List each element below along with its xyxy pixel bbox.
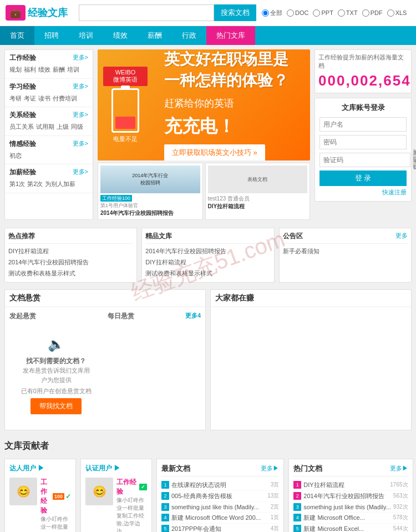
banner-cta-button[interactable]: 立即获取职场英文小技巧 » xyxy=(164,144,265,160)
hot-pages-5: 544次 xyxy=(393,525,408,532)
search-input[interactable] xyxy=(79,4,214,21)
hot-title-2[interactable]: 2014年汽车行业校园招聘报告 xyxy=(303,492,391,500)
auth-user-card: 😊 工作经验 ✓ 像小叮咚作业一样批量复制工作经验,边学边边... 第1号用户体… xyxy=(85,478,147,532)
main-area: 工作经验 更多> 规划福利绩效薪酬培训 学习经验 更多> 考研考证读书付费培训 … xyxy=(0,45,416,224)
daily-reward: 每日悬赏 更多4 xyxy=(108,312,201,425)
captcha-input[interactable] xyxy=(319,153,410,167)
nav-home[interactable]: 首页 xyxy=(0,26,34,45)
search-area: 搜索文档 xyxy=(79,4,256,21)
nav-admin[interactable]: 行政 xyxy=(172,26,206,45)
right-panel: 工作经验提升加薪的利器海量文档 000,002,654 文库账号登录 验证码 登… xyxy=(314,49,412,220)
latest-more[interactable]: 更多▶ xyxy=(261,464,279,473)
reward-desc1: 发布悬赏告诉我们文库用户为您提供 xyxy=(21,366,92,384)
notice-more[interactable]: 更多 xyxy=(395,232,408,241)
sidebar-relation-tags: 员工关系试用期上级同级 xyxy=(9,122,88,132)
header: 经验文库 搜索文档 全部 DOC PPT TXT PDF XLS xyxy=(0,0,416,26)
login-box: 文库账号登录 验证码 登 录 快速注册 xyxy=(314,98,412,202)
sidebar-emotion-more[interactable]: 更多> xyxy=(73,139,88,149)
option-doc[interactable]: DOC xyxy=(287,9,308,17)
vip-subtitle[interactable]: 达人用户 ▶ xyxy=(9,464,71,473)
latest-item-2: 2 005-经典商务报告模板 13页 xyxy=(161,491,279,502)
vip-user-info: 工作经验 100 ✓ 像小叮咚作业一样批量复制工作经验,边学边边... 第1号用… xyxy=(40,478,71,532)
login-button[interactable]: 登 录 xyxy=(319,170,407,186)
hot-rec-item-1[interactable]: DIY拉杆箱流程 xyxy=(8,246,133,257)
hot-title-4[interactable]: 新建 Microsoft Office... xyxy=(303,514,391,522)
find-doc-button[interactable]: 帮我找文档 xyxy=(31,398,82,414)
nav-hot[interactable]: 热门文库 xyxy=(206,26,255,45)
vip-col: 达人用户 ▶ 😊 工作经验 100 ✓ 像小叮咚作业一样批量复制工作经验,边学边… xyxy=(4,459,76,532)
option-pdf[interactable]: PDF xyxy=(362,9,383,17)
nav-salary[interactable]: 薪酬 xyxy=(138,26,172,45)
battery-icon xyxy=(111,88,139,133)
latest-item-5: 5 2017PPP年会通知 4页 xyxy=(161,524,279,532)
hot-header: 热门文档 更多▶ xyxy=(293,464,408,476)
captcha-image: 验证码 xyxy=(413,153,416,167)
logo-icon xyxy=(6,5,26,21)
stats-title: 工作经验提升加薪的利器海量文档 xyxy=(318,53,408,70)
hot-rec-item-3[interactable]: 测试收费和表格显示样式 xyxy=(8,268,133,279)
hot-title-1[interactable]: DIY拉杆箱流程 xyxy=(303,481,388,489)
speaker-icon: 🔈 xyxy=(21,337,92,352)
nav-training[interactable]: 培训 xyxy=(69,26,103,45)
stats-number: 000,002,654 xyxy=(318,72,408,89)
latest-title-1[interactable]: 在线课程的状态说明 xyxy=(171,481,268,489)
latest-title-4[interactable]: 新建 Microsoft Office Word 200... xyxy=(171,514,268,522)
hot-rec-item-2[interactable]: 2014年汽车行业校园招聘报告 xyxy=(8,257,133,268)
banner: WEIBO微博英语 电量不足 英文好在职场里是一种怎样的体验？ 赶紧给你的英语 … xyxy=(98,49,310,160)
reward-left-panel: 文档悬赏 发起悬赏 🔈 找不到需要的文档？ 发布悬赏告诉我们文库用户为您提供 已… xyxy=(4,289,206,430)
username-input[interactable] xyxy=(319,117,407,132)
notice-item-1[interactable]: 新手必看须知 xyxy=(283,246,408,257)
hot-item-3: 3 something just like this (Madily... 93… xyxy=(293,502,408,513)
latest-title-5[interactable]: 2017PPP年会通知 xyxy=(171,525,268,532)
latest-header: 最新文档 更多▶ xyxy=(161,464,279,476)
sidebar-relation-more[interactable]: 更多> xyxy=(73,111,88,120)
reward-empty: 🔈 找不到需要的文档？ 发布悬赏告诉我们文库用户为您提供 已有0用户在创造悬赏文… xyxy=(9,325,103,425)
nav-recruit[interactable]: 招聘 xyxy=(34,26,69,45)
auth-subtitle[interactable]: 认证用户 ▶ xyxy=(85,464,147,473)
daily-header: 每日悬赏 更多4 xyxy=(108,312,201,321)
option-txt[interactable]: TXT xyxy=(338,9,358,17)
banner-charge: 充充电！ xyxy=(164,114,299,139)
captcha-row: 验证码 xyxy=(319,153,407,167)
option-xls[interactable]: XLS xyxy=(387,9,407,17)
sidebar-study-exp: 学习经验 更多> 考研考证读书付费培训 xyxy=(5,79,93,108)
weibo-logo: WEIBO微博英语 xyxy=(103,67,148,86)
register-link[interactable]: 快速注册 xyxy=(319,188,407,197)
latest-num-1: 1 xyxy=(161,481,169,489)
daily-more[interactable]: 更多4 xyxy=(185,312,201,321)
option-all[interactable]: 全部 xyxy=(262,9,282,17)
option-ppt[interactable]: PPT xyxy=(313,9,333,17)
doc-card-2[interactable]: 表格文档 test123 普通会员 DIY拉杆箱流程 xyxy=(205,163,311,220)
hot-more[interactable]: 更多▶ xyxy=(390,464,408,473)
doc-card-1[interactable]: 2014年汽车行业校园招聘 工作经验100 第1号用户体验官 2014年汽车行业… xyxy=(98,163,203,220)
reward-inner: 发起悬赏 🔈 找不到需要的文档？ 发布悬赏告诉我们文库用户为您提供 已有0用户在… xyxy=(9,312,201,425)
sidebar-study-more[interactable]: 更多> xyxy=(73,82,88,92)
sidebar-work-more[interactable]: 更多> xyxy=(73,53,88,63)
auth-name: 工作经验 ✓ xyxy=(116,478,147,496)
logo-text: 经验文库 xyxy=(28,6,68,19)
latest-item-3: 3 something just like this (Madily... 2页 xyxy=(161,502,279,513)
nav-performance[interactable]: 绩效 xyxy=(103,26,138,45)
hot-title-3[interactable]: something just like this (Madily... xyxy=(303,504,391,510)
hot-title-5[interactable]: 新建 Microsoft Excel... xyxy=(303,525,391,532)
latest-title-3[interactable]: something just like this (Madily... xyxy=(171,504,268,510)
latest-num-4: 4 xyxy=(161,514,169,521)
reward-start: 发起悬赏 🔈 找不到需要的文档？ 发布悬赏告诉我们文库用户为您提供 已有0用户在… xyxy=(9,312,103,425)
banner-sub: 赶紧给你的英语 xyxy=(164,97,299,110)
vip-avatar: 😊 xyxy=(9,478,37,505)
latest-pages-5: 4页 xyxy=(271,525,280,532)
sidebar-study-title: 学习经验 更多> xyxy=(9,82,88,92)
boutique-item-1[interactable]: 2014年汽车行业校园招聘报告 xyxy=(145,246,270,257)
auth-col: 认证用户 ▶ 😊 工作经验 ✓ 像小叮咚作业一样批量复制工作经验,边学边边...… xyxy=(80,459,152,532)
search-options: 全部 DOC PPT TXT PDF XLS xyxy=(262,9,407,17)
latest-title-2[interactable]: 005-经典商务报告模板 xyxy=(171,492,265,500)
contributors-body: 达人用户 ▶ 😊 工作经验 100 ✓ 像小叮咚作业一样批量复制工作经验,边学边… xyxy=(4,459,412,532)
boutique-item-3[interactable]: 测试收费和表格显示样式 xyxy=(145,268,270,279)
password-input[interactable] xyxy=(319,135,407,149)
search-button[interactable]: 搜索文档 xyxy=(214,4,256,21)
boutique-item-2[interactable]: DIY拉杆箱流程 xyxy=(145,257,270,268)
sidebar-emotion-title: 情感经验 更多> xyxy=(9,139,88,149)
sidebar-raise-more[interactable]: 更多> xyxy=(73,168,88,177)
banner-content: 英文好在职场里是一种怎样的体验？ 赶紧给你的英语 充充电！ 立即获取职场英文小技… xyxy=(153,49,310,160)
banner-left: WEIBO微博英语 电量不足 xyxy=(98,61,153,149)
